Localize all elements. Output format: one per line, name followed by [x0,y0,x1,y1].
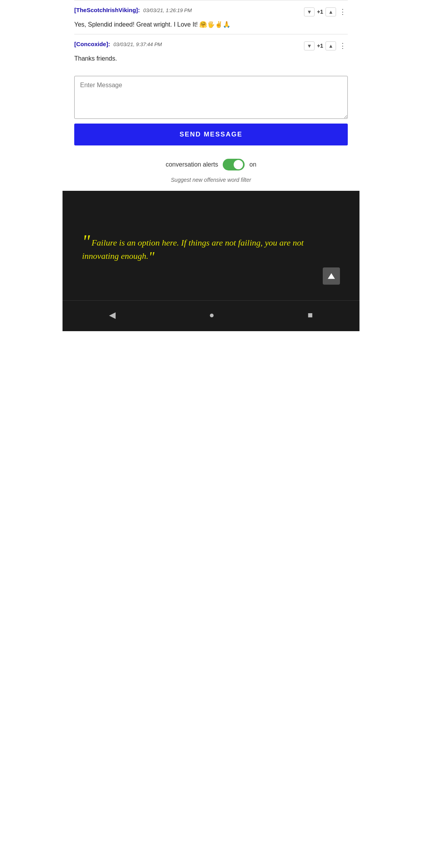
message-input[interactable] [74,76,348,119]
nav-back-button[interactable]: ◀ [101,308,123,323]
comment-time-concoxide: 03/03/21, 9:37:44 PM [113,41,162,47]
comment-body-concoxide: Thanks friends. [74,54,348,63]
upvote-btn-2[interactable]: ▲ [325,41,336,50]
quote-close-mark: " [148,249,154,265]
comment-scotchirish: [TheScotchIrishViking]: 03/03/21, 1:26:1… [74,0,348,34]
nav-recents-button[interactable]: ■ [300,308,320,323]
upvote-btn-1[interactable]: ▲ [325,7,336,16]
comment-actions-scotchirish: ▼ +1 ▲ ⋮ [304,7,348,17]
vote-count-2: +1 [317,43,323,49]
chevron-up-icon [327,272,336,280]
quote-text: "Failure is an option here. If things ar… [82,236,315,263]
quote-body: Failure is an option here. If things are… [82,238,304,261]
nav-home-button[interactable]: ● [201,308,222,323]
alerts-status: on [249,161,256,168]
alerts-row: conversation alerts on [63,152,359,174]
comment-author-concoxide[interactable]: [Concoxide]: [74,41,110,47]
more-options-btn-2[interactable]: ⋮ [338,41,348,51]
quote-footer: "Failure is an option here. If things ar… [63,191,359,300]
svg-marker-0 [328,273,335,279]
quote-open-mark: " [82,231,90,252]
scroll-top-button[interactable] [323,267,340,285]
suggest-link[interactable]: Suggest new offensive word filter [63,174,359,191]
more-options-btn-1[interactable]: ⋮ [338,7,348,17]
comment-time-scotchirish: 03/03/21, 1:26:19 PM [143,7,192,13]
downvote-btn-1[interactable]: ▼ [304,7,315,16]
vote-count-1: +1 [317,9,323,15]
nav-bar: ◀ ● ■ [63,300,359,331]
send-button[interactable]: SEND MESSAGE [74,124,348,145]
comment-concoxide: [Concoxide]: 03/03/21, 9:37:44 PM ▼ +1 ▲… [74,34,348,68]
alerts-label: conversation alerts [166,161,218,168]
comment-body-scotchirish: Yes, Splendid indeed! Great wright. I Lo… [74,20,348,29]
downvote-btn-2[interactable]: ▼ [304,41,315,50]
comment-actions-concoxide: ▼ +1 ▲ ⋮ [304,41,348,51]
message-area: SEND MESSAGE [63,68,359,152]
alerts-toggle[interactable] [223,159,245,170]
comment-author-scotchirish[interactable]: [TheScotchIrishViking]: [74,7,140,13]
